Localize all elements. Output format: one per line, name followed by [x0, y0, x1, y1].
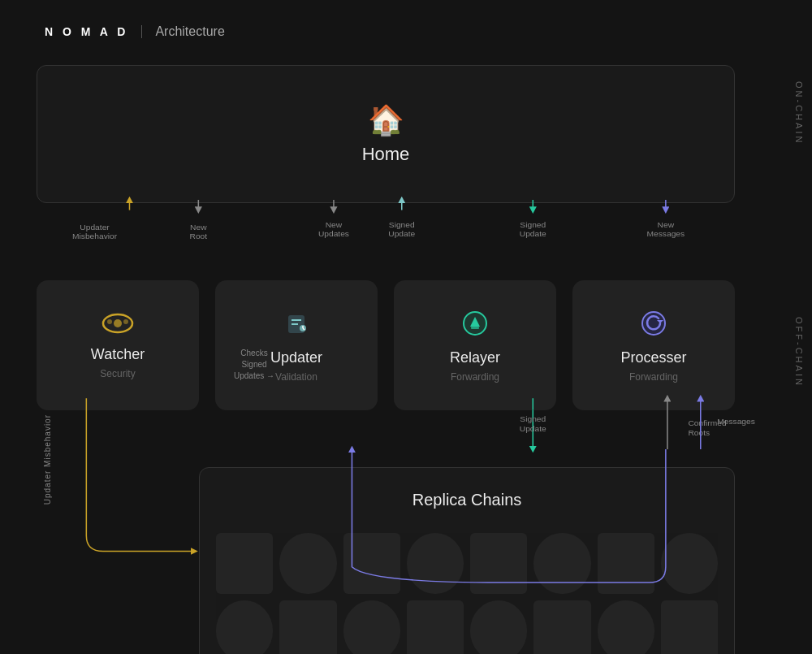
svg-text:New: New	[190, 223, 207, 232]
svg-text:Misbehavior: Misbehavior	[72, 232, 118, 241]
svg-text:Root: Root	[190, 232, 208, 241]
svg-text:Signed: Signed	[389, 220, 415, 229]
home-icon: 🏠	[368, 103, 404, 137]
svg-text:Update: Update	[388, 230, 415, 239]
grid-item	[533, 533, 590, 594]
grid-item	[661, 533, 718, 594]
updater-name: Updater	[270, 349, 322, 366]
svg-point-1	[114, 319, 122, 327]
grid-item	[279, 533, 336, 594]
replica-box: Replica Chains	[199, 467, 735, 654]
grid-item	[279, 600, 336, 654]
updater-box: Updater Validation	[215, 280, 378, 410]
replica-label: Replica Chains	[412, 491, 522, 509]
updater-sub: Validation	[275, 371, 317, 383]
svg-rect-13	[471, 327, 479, 329]
svg-text:Updates: Updates	[318, 230, 349, 239]
grid-item	[407, 533, 464, 594]
relayer-icon	[460, 309, 490, 344]
page-title: Architecture	[155, 24, 224, 39]
watcher-box: Watcher Security	[37, 280, 199, 410]
processer-sub: Forwarding	[629, 371, 678, 383]
svg-text:Confirmed: Confirmed	[688, 418, 726, 427]
grid-item	[216, 533, 273, 594]
watcher-sub: Security	[100, 368, 135, 379]
svg-point-2	[107, 319, 112, 324]
off-chain-label: OFF-CHAIN	[794, 317, 804, 388]
header: N O M A D Architecture	[45, 24, 225, 39]
grid-item	[661, 600, 718, 654]
svg-text:Signed: Signed	[520, 220, 546, 229]
grid-item	[470, 600, 527, 654]
processer-name: Processer	[620, 349, 686, 366]
relayer-name: Relayer	[450, 349, 500, 366]
checks-signed-label: ChecksSignedUpdates →	[234, 348, 274, 382]
watcher-name: Watcher	[91, 346, 145, 363]
svg-point-3	[123, 319, 128, 324]
offchain-row: Watcher Security Updater Validation	[37, 280, 735, 410]
svg-text:Update: Update	[520, 424, 546, 433]
svg-text:New: New	[658, 220, 675, 229]
svg-text:Roots: Roots	[688, 428, 710, 437]
grid-item	[407, 600, 464, 654]
svg-text:New: New	[326, 220, 343, 229]
replica-grid	[216, 533, 718, 654]
home-label: Home	[362, 144, 410, 165]
grid-item	[598, 533, 654, 594]
grid-item	[533, 600, 590, 654]
grid-item	[470, 533, 527, 594]
grid-item	[343, 533, 400, 594]
processer-icon	[639, 309, 668, 344]
watcher-icon	[102, 311, 134, 341]
relayer-sub: Forwarding	[451, 371, 499, 383]
svg-text:Messages: Messages	[717, 417, 755, 426]
svg-text:Messages: Messages	[647, 230, 685, 239]
svg-text:Update: Update	[520, 230, 546, 239]
grid-item	[598, 600, 654, 654]
updater-icon	[282, 309, 311, 344]
onchain-box: 🏠 Home	[37, 65, 735, 203]
grid-item	[216, 600, 273, 654]
logo: N O M A D	[45, 25, 128, 38]
grid-item	[343, 600, 400, 654]
main-area: 🏠 Home Watcher Security	[37, 65, 784, 630]
svg-text:Updater: Updater	[80, 223, 110, 232]
on-chain-label: ON-CHAIN	[794, 81, 804, 145]
logo-separator	[141, 25, 142, 38]
svg-text:Signed: Signed	[520, 414, 546, 423]
updater-misbehavior-vert-label: Updater Misbehavior	[43, 414, 52, 505]
processer-box: Processer Forwarding	[572, 280, 735, 410]
relayer-box: Relayer Forwarding	[394, 280, 556, 410]
